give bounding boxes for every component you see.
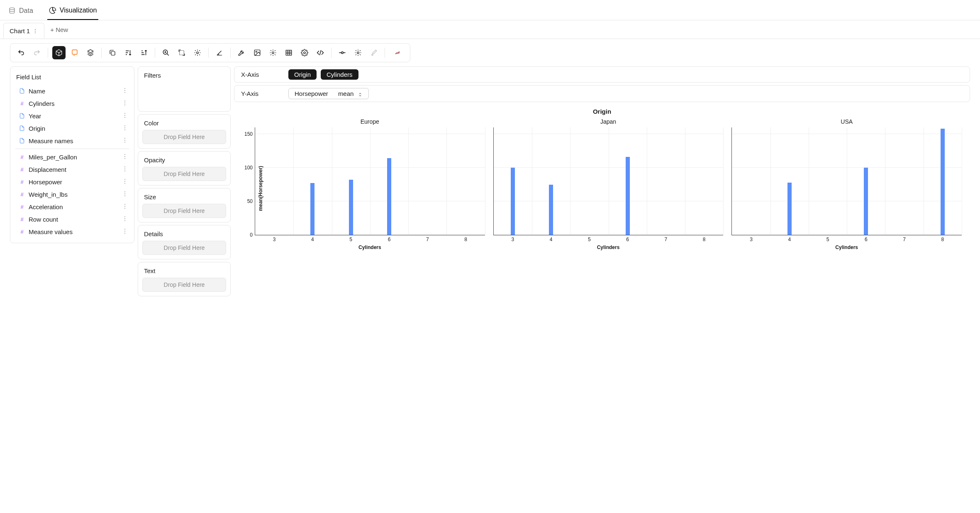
sort-asc-button[interactable]	[122, 46, 135, 59]
more-vertical-icon[interactable]	[122, 125, 129, 132]
size-dropzone[interactable]: Drop Field Here	[142, 204, 226, 218]
bar[interactable]	[310, 183, 314, 235]
undo-button[interactable]	[15, 46, 28, 59]
field-item-name[interactable]: Name	[10, 85, 134, 97]
bird-icon[interactable]	[389, 46, 406, 59]
x-pill-cylinders[interactable]: Cylinders	[321, 69, 358, 80]
more-vertical-icon[interactable]	[122, 137, 129, 144]
more-vertical-icon[interactable]	[122, 87, 129, 95]
image-settings-button[interactable]	[266, 46, 280, 59]
field-item-displacement[interactable]: #Displacement	[10, 163, 134, 176]
more-vertical-icon[interactable]	[122, 112, 129, 120]
field-item-row-count[interactable]: #Row count	[10, 213, 134, 225]
x-tick: 7	[903, 235, 906, 242]
resize-settings-button[interactable]	[191, 46, 204, 59]
details-dropzone[interactable]: Drop Field Here	[142, 241, 226, 255]
new-chart-button[interactable]: + New	[44, 22, 74, 37]
hash-icon: #	[19, 166, 25, 173]
database-icon	[8, 7, 16, 15]
field-name: Miles_per_Gallon	[29, 154, 77, 161]
more-vertical-icon[interactable]	[122, 191, 129, 198]
commit-button[interactable]	[336, 46, 349, 59]
resize-button[interactable]	[175, 46, 188, 59]
redo-button[interactable]	[30, 46, 44, 59]
bar[interactable]	[864, 168, 868, 235]
svg-point-34	[124, 166, 125, 167]
facet-label: USA	[731, 118, 962, 125]
hash-icon: #	[19, 216, 25, 222]
more-vertical-icon[interactable]	[122, 166, 129, 173]
more-vertical-icon[interactable]	[122, 215, 129, 223]
copy-button[interactable]	[106, 46, 119, 59]
text-dropzone[interactable]: Drop Field Here	[142, 278, 226, 292]
note-button[interactable]	[68, 46, 81, 59]
zoom-in-button[interactable]	[159, 46, 173, 59]
bar[interactable]	[787, 183, 792, 235]
svg-point-2	[35, 31, 36, 32]
shelves-column: Filters Color Drop Field Here Opacity Dr…	[138, 66, 231, 296]
bar[interactable]	[941, 129, 945, 235]
wrench-button[interactable]	[235, 46, 248, 59]
svg-point-32	[124, 156, 125, 157]
svg-point-24	[124, 117, 125, 118]
field-item-origin[interactable]: Origin	[10, 122, 134, 134]
color-shelf[interactable]: Color Drop Field Here	[138, 114, 231, 149]
hash-icon: #	[19, 100, 25, 107]
layers-button[interactable]	[84, 46, 97, 59]
field-item-weight_in_lbs[interactable]: #Weight_in_lbs	[10, 188, 134, 200]
color-dropzone[interactable]: Drop Field Here	[142, 130, 226, 144]
x-pill-origin[interactable]: Origin	[288, 69, 317, 80]
code-button[interactable]	[314, 46, 327, 59]
angle-button[interactable]	[213, 46, 226, 59]
plot: 345678	[493, 127, 724, 235]
field-item-year[interactable]: Year	[10, 110, 134, 122]
field-item-horsepower[interactable]: #Horsepower	[10, 176, 134, 188]
field-item-measure-values[interactable]: #Measure values	[10, 225, 134, 238]
details-shelf[interactable]: Details Drop Field Here	[138, 225, 231, 259]
svg-point-25	[124, 125, 125, 126]
svg-point-10	[256, 51, 257, 52]
more-vertical-icon[interactable]	[122, 178, 129, 186]
y-pill-horsepower[interactable]: Horsepower mean	[288, 88, 369, 99]
table-button[interactable]	[282, 46, 295, 59]
chart-area: X-Axis Origin Cylinders Y-Axis Horsepowe…	[234, 66, 970, 259]
cube-button[interactable]	[52, 46, 66, 59]
svg-point-21	[124, 105, 125, 105]
svg-point-35	[124, 169, 125, 169]
chart-tab-1[interactable]: Chart 1	[3, 23, 44, 39]
y-tick: 150	[244, 131, 255, 137]
y-axis-row[interactable]: Y-Axis Horsepower mean	[234, 85, 970, 102]
bar[interactable]	[626, 157, 630, 235]
bar[interactable]	[511, 168, 515, 235]
x-axis-row[interactable]: X-Axis Origin Cylinders	[234, 66, 970, 83]
field-item-acceleration[interactable]: #Acceleration	[10, 200, 134, 213]
field-item-measure-names[interactable]: Measure names	[10, 134, 134, 147]
file-icon	[19, 125, 25, 132]
brush-button[interactable]	[367, 46, 380, 59]
text-shelf[interactable]: Text Drop Field Here	[138, 262, 231, 296]
size-shelf[interactable]: Size Drop Field Here	[138, 188, 231, 222]
settings-button[interactable]	[298, 46, 311, 59]
bar[interactable]	[387, 158, 391, 235]
field-item-cylinders[interactable]: #Cylinders	[10, 97, 134, 110]
tab-data[interactable]: Data	[7, 4, 35, 20]
bar[interactable]	[349, 180, 353, 235]
field-item-miles_per_gallon[interactable]: #Miles_per_Gallon	[10, 151, 134, 163]
more-vertical-icon[interactable]	[32, 28, 38, 34]
tab-visualization[interactable]: Visualization	[47, 3, 99, 20]
svg-point-50	[124, 231, 125, 232]
filters-shelf[interactable]: Filters	[138, 66, 231, 112]
svg-point-19	[124, 100, 125, 101]
bar[interactable]	[549, 185, 553, 235]
opacity-dropzone[interactable]: Drop Field Here	[142, 167, 226, 181]
file-icon	[19, 137, 25, 144]
commit-settings-button[interactable]	[351, 46, 365, 59]
opacity-shelf[interactable]: Opacity Drop Field Here	[138, 151, 231, 186]
more-vertical-icon[interactable]	[122, 228, 129, 235]
sort-desc-button[interactable]	[137, 46, 151, 59]
more-vertical-icon[interactable]	[122, 153, 129, 161]
more-vertical-icon[interactable]	[122, 100, 129, 107]
y-axis-label: Y-Axis	[239, 90, 284, 97]
more-vertical-icon[interactable]	[122, 203, 129, 210]
image-button[interactable]	[251, 46, 264, 59]
